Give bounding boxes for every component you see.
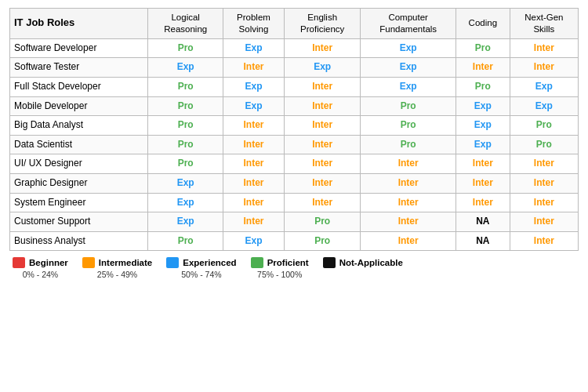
table-row: Business AnalystProExpProInterNAInter: [10, 231, 579, 251]
skill-cell-problem: Inter: [223, 212, 284, 232]
skill-cell-logical: Exp: [148, 58, 223, 78]
legend-item: Beginner0% - 24%: [13, 257, 68, 279]
skills-table: IT Job Roles LogicalReasoning ProblemSol…: [9, 8, 579, 251]
legend-swatch: [323, 257, 336, 268]
table-row: Data ScientistProInterInterProExpPro: [10, 135, 579, 154]
skill-cell-problem: Exp: [223, 78, 284, 97]
col-header-problem: ProblemSolving: [223, 9, 284, 39]
col-header-computer: ComputerFundamentals: [361, 9, 456, 39]
skill-cell-computer: Exp: [361, 58, 456, 78]
skill-cell-english: Pro: [284, 231, 360, 251]
role-cell: Graphic Designer: [10, 174, 148, 194]
skill-cell-coding: Exp: [456, 96, 510, 116]
skill-cell-english: Inter: [284, 154, 360, 174]
skill-cell-english: Inter: [284, 96, 360, 116]
skill-cell-computer: Inter: [361, 231, 456, 251]
legend-item: Intermediate25% - 49%: [82, 257, 152, 279]
skill-cell-logical: Pro: [148, 116, 223, 136]
legend-swatch: [82, 257, 95, 268]
skill-cell-problem: Inter: [223, 174, 284, 194]
skill-cell-nextgen: Exp: [510, 96, 578, 116]
skill-cell-logical: Pro: [148, 78, 223, 97]
role-cell: Software Developer: [10, 38, 148, 58]
col-header-nextgen: Next-GenSkills: [510, 9, 578, 39]
skill-cell-nextgen: Exp: [510, 78, 578, 97]
skill-cell-english: Inter: [284, 38, 360, 58]
skill-cell-nextgen: Inter: [510, 174, 578, 194]
skill-cell-nextgen: Inter: [510, 212, 578, 232]
skill-cell-logical: Exp: [148, 193, 223, 212]
skill-cell-coding: Pro: [456, 78, 510, 97]
skill-cell-computer: Exp: [361, 38, 456, 58]
skill-cell-logical: Exp: [148, 174, 223, 194]
skill-cell-logical: Pro: [148, 135, 223, 154]
skill-cell-nextgen: Inter: [510, 193, 578, 212]
skill-cell-coding: Exp: [456, 116, 510, 136]
skill-cell-coding: Inter: [456, 174, 510, 194]
table-row: Full Stack DeveloperProExpInterExpProExp: [10, 78, 579, 97]
table-row: UI/ UX DesignerProInterInterInterInterIn…: [10, 154, 579, 174]
skill-cell-english: Inter: [284, 174, 360, 194]
skill-cell-logical: Pro: [148, 96, 223, 116]
col-header-role: IT Job Roles: [10, 9, 148, 39]
col-header-coding: Coding: [456, 9, 510, 39]
skill-cell-english: Inter: [284, 193, 360, 212]
skill-cell-english: Pro: [284, 212, 360, 232]
skill-cell-english: Inter: [284, 116, 360, 136]
skill-cell-coding: NA: [456, 212, 510, 232]
skill-cell-coding: Inter: [456, 58, 510, 78]
role-cell: Software Tester: [10, 58, 148, 78]
skill-cell-problem: Exp: [223, 96, 284, 116]
role-cell: Big Data Analyst: [10, 116, 148, 136]
legend-range: 25% - 49%: [97, 270, 137, 279]
skill-cell-english: Exp: [284, 58, 360, 78]
role-cell: Data Scientist: [10, 135, 148, 154]
skill-cell-nextgen: Inter: [510, 231, 578, 251]
table-row: Mobile DeveloperProExpInterProExpExp: [10, 96, 579, 116]
table-row: Software DeveloperProExpInterExpProInter: [10, 38, 579, 58]
skill-cell-problem: Inter: [223, 154, 284, 174]
legend-label: Experienced: [183, 258, 236, 267]
legend-range: 75% - 100%: [257, 270, 302, 279]
skill-cell-computer: Inter: [361, 193, 456, 212]
skill-cell-computer: Inter: [361, 174, 456, 194]
skill-cell-problem: Exp: [223, 38, 284, 58]
skill-cell-coding: Exp: [456, 135, 510, 154]
skill-cell-computer: Pro: [361, 135, 456, 154]
table-row: Graphic DesignerExpInterInterInterInterI…: [10, 174, 579, 194]
legend-swatch: [166, 257, 179, 268]
skill-cell-problem: Inter: [223, 58, 284, 78]
skill-cell-computer: Inter: [361, 154, 456, 174]
legend-swatch: [251, 257, 263, 268]
role-cell: UI/ UX Designer: [10, 154, 148, 174]
legend-item: Not-Applicable: [323, 257, 403, 268]
role-cell: System Engineer: [10, 193, 148, 212]
skill-cell-english: Inter: [284, 135, 360, 154]
skill-cell-coding: Inter: [456, 154, 510, 174]
skill-cell-computer: Pro: [361, 116, 456, 136]
table-row: Software TesterExpInterExpExpInterInter: [10, 58, 579, 78]
legend-label: Proficient: [267, 258, 309, 267]
skill-cell-coding: Pro: [456, 38, 510, 58]
role-cell: Full Stack Developer: [10, 78, 148, 97]
legend-item: Proficient75% - 100%: [251, 257, 309, 279]
skill-cell-coding: Inter: [456, 193, 510, 212]
skill-cell-english: Inter: [284, 78, 360, 97]
legend-label: Intermediate: [99, 258, 152, 267]
role-cell: Customer Support: [10, 212, 148, 232]
table-row: Customer SupportExpInterProInterNAInter: [10, 212, 579, 232]
legend-range: 0% - 24%: [23, 270, 59, 279]
table-row: Big Data AnalystProInterInterProExpPro: [10, 116, 579, 136]
header-row: IT Job Roles LogicalReasoning ProblemSol…: [10, 9, 579, 39]
skill-cell-computer: Exp: [361, 78, 456, 97]
skill-cell-coding: NA: [456, 231, 510, 251]
skill-cell-logical: Pro: [148, 154, 223, 174]
role-cell: Mobile Developer: [10, 96, 148, 116]
skill-cell-nextgen: Inter: [510, 154, 578, 174]
role-cell: Business Analyst: [10, 231, 148, 251]
skill-cell-computer: Inter: [361, 212, 456, 232]
col-header-english: EnglishProficiency: [284, 9, 360, 39]
skill-cell-logical: Pro: [148, 231, 223, 251]
skill-cell-problem: Inter: [223, 135, 284, 154]
legend-label: Not-Applicable: [339, 258, 403, 267]
